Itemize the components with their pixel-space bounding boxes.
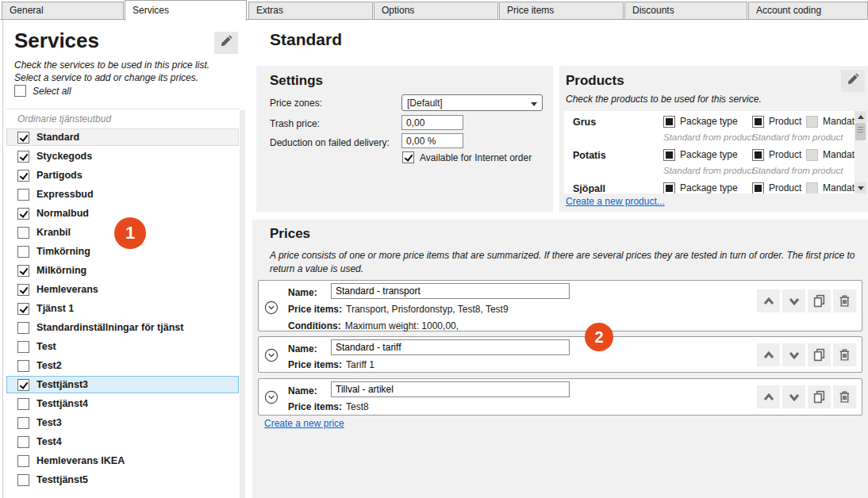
- service-item-standardinstallningar[interactable]: Standardinställningar för tjänst: [6, 319, 239, 336]
- product-checkbox-row[interactable]: Product: [752, 116, 801, 128]
- move-down-button[interactable]: [782, 343, 805, 366]
- expand-price-button[interactable]: [264, 301, 278, 318]
- create-price-link[interactable]: Create a new price: [264, 418, 344, 429]
- select-all-checkbox[interactable]: [14, 85, 26, 97]
- service-item-test4[interactable]: Test4: [6, 433, 239, 450]
- price-zones-dropdown[interactable]: [Default]: [401, 94, 543, 111]
- move-down-button[interactable]: [782, 385, 805, 408]
- copy-price-button[interactable]: [808, 343, 831, 366]
- tab-extras[interactable]: Extras: [248, 2, 373, 20]
- service-item-hemleverans[interactable]: Hemleverans: [6, 281, 239, 298]
- scrollbar-thumb[interactable]: [855, 123, 866, 140]
- services-panel-description: Check the services to be used in this pr…: [14, 59, 238, 84]
- delete-price-button[interactable]: [833, 385, 856, 408]
- checkbox[interactable]: [17, 322, 29, 334]
- copy-icon: [812, 294, 826, 308]
- tab-price-items[interactable]: Price items: [499, 2, 624, 20]
- copy-price-button[interactable]: [808, 385, 831, 408]
- delete-price-button[interactable]: [833, 289, 856, 312]
- checkbox[interactable]: [806, 149, 818, 161]
- expand-price-button[interactable]: [264, 390, 278, 408]
- checkbox[interactable]: [17, 417, 29, 429]
- product-checkbox-row[interactable]: Product: [752, 149, 801, 161]
- trash-price-input[interactable]: [401, 115, 463, 130]
- services-scrollbar[interactable]: [240, 110, 245, 498]
- move-down-button[interactable]: [782, 289, 805, 312]
- checkbox[interactable]: [17, 227, 29, 239]
- checkbox[interactable]: [17, 474, 29, 486]
- package-type-checkbox-row[interactable]: Package type: [663, 116, 738, 128]
- service-item-tjanst1[interactable]: Tjänst 1: [6, 300, 239, 317]
- price-name-input[interactable]: [331, 381, 570, 397]
- tab-account-coding[interactable]: Account coding: [748, 2, 868, 20]
- checkbox[interactable]: [17, 189, 29, 201]
- checkbox[interactable]: [752, 116, 764, 128]
- create-product-link[interactable]: Create a new product...: [566, 196, 665, 207]
- checkbox[interactable]: [17, 151, 29, 163]
- service-item-standard[interactable]: Standard: [6, 128, 239, 146]
- deduction-input[interactable]: [401, 133, 463, 148]
- copy-price-button[interactable]: [808, 289, 831, 312]
- checkbox[interactable]: [663, 182, 675, 193]
- checkbox[interactable]: [17, 170, 29, 182]
- delete-price-button[interactable]: [833, 343, 856, 366]
- scroll-up-button[interactable]: [855, 111, 866, 122]
- move-up-button[interactable]: [757, 385, 780, 408]
- expand-price-button[interactable]: [264, 348, 278, 366]
- service-item-testtjanst5[interactable]: Testtjänst5: [6, 471, 239, 488]
- service-item-expressbud[interactable]: Expressbud: [6, 186, 239, 203]
- service-item-milkorning[interactable]: Milkörning: [6, 262, 239, 279]
- tab-general[interactable]: General: [2, 2, 124, 20]
- internet-order-row[interactable]: Available for Internet order: [402, 151, 532, 163]
- edit-services-button[interactable]: [214, 32, 238, 54]
- internet-order-checkbox[interactable]: [402, 151, 414, 163]
- service-item-testtjanst3[interactable]: Testtjänst3: [6, 376, 239, 393]
- checkbox[interactable]: [17, 265, 29, 277]
- tab-services[interactable]: Services: [125, 0, 247, 21]
- checkbox[interactable]: [806, 182, 818, 193]
- products-scrollbar[interactable]: [855, 111, 866, 193]
- checkbox[interactable]: [752, 182, 764, 193]
- service-item-testtjanst4[interactable]: Testtjänst4: [6, 395, 239, 412]
- move-up-button[interactable]: [757, 289, 780, 312]
- checkbox[interactable]: [17, 303, 29, 315]
- tab-options[interactable]: Options: [374, 2, 498, 20]
- checkbox[interactable]: [663, 149, 675, 161]
- detail-title: Standard: [270, 30, 342, 49]
- name-label: Name:: [288, 385, 317, 396]
- checkbox[interactable]: [17, 455, 29, 467]
- service-item-styckegods[interactable]: Styckegods: [6, 147, 239, 165]
- chevron-up-icon: [762, 349, 776, 362]
- package-type-checkbox-row[interactable]: Package type: [663, 182, 738, 193]
- service-item-test[interactable]: Test: [6, 338, 239, 355]
- move-up-button[interactable]: [757, 343, 780, 366]
- checkbox[interactable]: [752, 149, 764, 161]
- checkbox[interactable]: [17, 208, 29, 220]
- checkbox[interactable]: [17, 132, 29, 144]
- prices-panel: Prices A price consists of one or more p…: [252, 220, 868, 498]
- package-type-checkbox-row[interactable]: Package type: [663, 149, 738, 161]
- checkbox[interactable]: [17, 360, 29, 372]
- checkbox[interactable]: [17, 341, 29, 353]
- price-name-input[interactable]: [331, 339, 570, 355]
- checkbox[interactable]: [17, 436, 29, 448]
- edit-products-button[interactable]: [841, 70, 865, 92]
- checkbox[interactable]: [806, 116, 818, 128]
- checkbox[interactable]: [17, 246, 29, 258]
- trash-icon: [838, 390, 851, 404]
- product-row-grus: Grus Package type Product Mandatory Stan…: [564, 116, 855, 147]
- product-checkbox-row[interactable]: Product: [752, 182, 801, 193]
- scroll-down-button[interactable]: [855, 182, 866, 193]
- tab-discounts[interactable]: Discounts: [624, 2, 747, 20]
- service-item-test3[interactable]: Test3: [6, 414, 239, 431]
- checkbox[interactable]: [17, 284, 29, 296]
- price-zones-label: Price zones:: [270, 98, 322, 109]
- checkbox[interactable]: [17, 398, 29, 410]
- service-item-partigods[interactable]: Partigods: [6, 167, 239, 184]
- price-name-input[interactable]: [331, 283, 570, 299]
- checkbox[interactable]: [17, 379, 29, 391]
- select-all-row[interactable]: Select all: [14, 85, 71, 97]
- checkbox[interactable]: [663, 116, 675, 128]
- service-item-test2[interactable]: Test2: [6, 357, 239, 374]
- service-item-hemleverans-ikea[interactable]: Hemleverans IKEA: [6, 452, 239, 469]
